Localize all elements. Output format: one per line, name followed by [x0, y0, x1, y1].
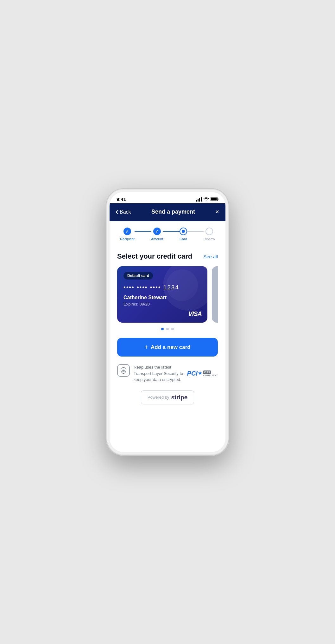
card-expiry: Expires: 09/20	[123, 302, 201, 306]
svg-point-4	[123, 370, 124, 371]
carousel-dot-3	[171, 328, 174, 330]
step-label-card: Card	[180, 237, 187, 241]
step-circle-review	[205, 228, 213, 235]
security-text: Reap uses the latest Transport Layer Sec…	[134, 364, 183, 383]
see-all-button[interactable]: See all	[203, 254, 218, 259]
card-brand-visa: VISA	[188, 310, 202, 318]
svg-rect-1	[218, 198, 218, 200]
add-card-label: Add a new card	[151, 344, 191, 351]
battery-icon	[211, 197, 218, 201]
step-label-amount: Amount	[151, 237, 163, 241]
security-left: Reap uses the latest Transport Layer Sec…	[117, 364, 183, 383]
carousel-dots	[117, 328, 218, 330]
back-label: Back	[120, 209, 131, 215]
stripe-brand: stripe	[171, 394, 187, 401]
default-card-badge: Default card	[123, 272, 153, 280]
steps-row: ✓ Recipient ✓ Amount Card	[117, 228, 218, 241]
close-button[interactable]: ×	[215, 208, 219, 216]
status-icons	[196, 197, 218, 202]
step-card: Card	[180, 228, 187, 241]
back-chevron-icon	[116, 210, 118, 214]
step-circle-amount: ✓	[153, 228, 161, 235]
card-preview-next[interactable]	[212, 266, 218, 323]
step-label-review: Review	[204, 237, 215, 241]
section-header: Select your credit card See all	[117, 252, 218, 261]
security-section: Reap uses the latest Transport Layer Sec…	[117, 364, 218, 383]
carousel-dot-1	[161, 328, 164, 330]
shield-icon	[117, 364, 130, 377]
powered-by-text: Powered by	[148, 395, 169, 400]
add-new-card-button[interactable]: + Add a new card	[117, 338, 218, 357]
signal-bars-icon	[196, 197, 202, 202]
step-label-recipient: Recipient	[120, 237, 135, 241]
page-header: Back Send a payment ×	[110, 203, 225, 221]
main-content: Select your credit card See all Default …	[110, 246, 225, 452]
pci-label: PCI	[187, 370, 198, 377]
carousel-dot-2	[166, 328, 169, 330]
section-title: Select your credit card	[117, 252, 192, 261]
step-line-3	[187, 231, 204, 232]
credit-card-primary[interactable]: Default card •••• •••• •••• 1234 Catheri…	[117, 266, 207, 323]
pci-check-icon	[198, 371, 203, 376]
card-number: •••• •••• •••• 1234	[123, 284, 201, 291]
plus-icon: +	[144, 344, 148, 351]
step-circle-card	[180, 228, 187, 235]
card-carousel: Default card •••• •••• •••• 1234 Catheri…	[117, 266, 218, 323]
dss-label: DSS	[203, 370, 211, 374]
step-recipient: ✓ Recipient	[120, 228, 135, 241]
stripe-badge: Powered by stripe	[141, 390, 194, 404]
phone-screen: 9:41	[110, 192, 225, 452]
svg-rect-2	[211, 198, 217, 201]
step-circle-recipient: ✓	[123, 228, 131, 235]
wifi-icon	[204, 197, 209, 201]
page-title: Send a payment	[151, 209, 195, 215]
phone-frame: 9:41	[106, 188, 229, 456]
step-amount: ✓ Amount	[151, 228, 163, 241]
back-button[interactable]: Back	[116, 209, 131, 215]
step-line-2	[163, 231, 180, 232]
step-line-1	[135, 231, 151, 232]
status-time: 9:41	[117, 196, 126, 202]
steps-progress: ✓ Recipient ✓ Amount Card	[110, 221, 225, 246]
compliant-label: COMPLIANT	[203, 374, 218, 377]
card-holder: Catherine Stewart	[123, 295, 201, 300]
status-bar: 9:41	[110, 192, 225, 203]
pci-dss-badge: PCI DSS COMPLIANT	[187, 370, 218, 377]
step-review: Review	[204, 228, 215, 241]
